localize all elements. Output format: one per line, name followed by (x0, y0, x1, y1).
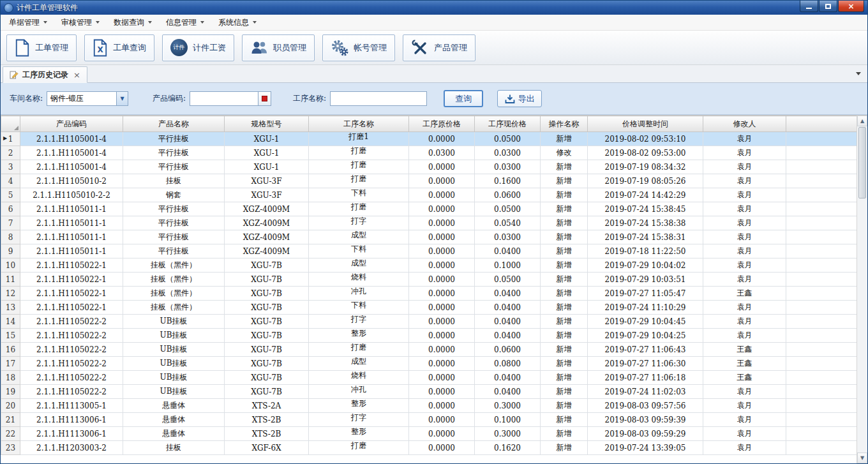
cell[interactable]: 0.3000 (475, 427, 541, 441)
cell[interactable]: 0.1000 (475, 413, 541, 427)
table-row[interactable]: 32.1.1.H1105001-4平行挂板XGU-1打磨0.00000.0300… (1, 160, 858, 174)
cell[interactable]: 袁月 (703, 132, 786, 146)
cell[interactable]: 成型 (309, 230, 409, 244)
cell[interactable]: 2.1.1.H1113005-1 (20, 399, 123, 413)
cell[interactable]: 新增 (541, 216, 588, 230)
cell[interactable]: 修改 (541, 146, 588, 160)
cell[interactable]: 打磨 (309, 174, 409, 188)
cell[interactable]: 新增 (541, 160, 588, 174)
cell[interactable]: 2019-07-19 08:34:32 (588, 160, 703, 174)
column-header-5[interactable]: 工序原价格 (409, 116, 475, 132)
cell[interactable]: 2019-07-29 10:04:02 (588, 258, 703, 273)
table-row[interactable]: 202.1.1.H1113005-1悬垂体XTS-2A整形0.00000.300… (1, 399, 858, 413)
cell[interactable]: UB挂板 (123, 371, 225, 385)
table-row[interactable]: 62.1.1.H1105011-1平行挂板XGZ-4009M打磨0.00000.… (1, 202, 858, 216)
scrollbar-thumb[interactable] (858, 127, 866, 198)
cell[interactable]: 挂板（黑件） (123, 258, 225, 273)
cell[interactable]: XGU-7B (225, 287, 309, 301)
cell[interactable]: 挂板（黑件） (123, 301, 225, 315)
cell[interactable]: 打磨 (309, 202, 409, 216)
cell[interactable]: 平行挂板 (123, 160, 225, 174)
scrollbar-up-icon[interactable]: ▲ (857, 116, 867, 126)
cell[interactable]: 2019-08-03 09:59:29 (588, 427, 703, 441)
cell[interactable]: XGU-7B (225, 258, 309, 273)
cell[interactable]: 新增 (541, 385, 588, 399)
cell[interactable]: 2019-07-24 15:38:31 (588, 230, 703, 244)
cell[interactable]: 0.0000 (409, 202, 475, 216)
toolbar-button-piecework-wage[interactable]: 计件计件工资 (162, 34, 234, 61)
cell[interactable]: 0.0400 (475, 301, 541, 315)
cell[interactable]: 袁月 (703, 413, 786, 427)
row-number[interactable]: 22 (1, 427, 20, 441)
row-number[interactable]: 14 (1, 315, 20, 329)
cell[interactable]: 2.1.1.H1105011-1 (20, 216, 123, 230)
cell[interactable]: 整形 (309, 399, 409, 413)
cell[interactable]: 王鑫 (703, 287, 786, 301)
cell[interactable]: 0.0500 (475, 202, 541, 216)
row-number[interactable]: 16 (1, 343, 20, 357)
chevron-down-icon[interactable]: ▼ (116, 92, 128, 105)
cell[interactable]: 冲孔 (309, 385, 409, 399)
cell[interactable]: 2.1.1.H1105011-1 (20, 230, 123, 244)
cell[interactable]: 新增 (541, 357, 588, 371)
cell[interactable]: 0.0000 (409, 441, 475, 455)
cell[interactable]: 0.0000 (409, 371, 475, 385)
column-header-4[interactable]: 工序名称 (309, 116, 409, 132)
product-code-lookup-button[interactable] (258, 91, 271, 106)
cell[interactable]: 0.0000 (409, 216, 475, 230)
query-button[interactable]: 查询 (444, 90, 483, 107)
cell[interactable]: 0.1620 (475, 441, 541, 455)
cell[interactable]: 2019-07-24 15:38:45 (588, 202, 703, 216)
cell[interactable]: XTS-2A (225, 399, 309, 413)
cell[interactable]: UB挂板 (123, 329, 225, 343)
cell[interactable]: 2019-07-29 10:04:45 (588, 315, 703, 329)
cell[interactable]: 整形 (309, 427, 409, 441)
cell[interactable]: UB挂板 (123, 315, 225, 329)
cell[interactable]: 王鑫 (703, 357, 786, 371)
cell[interactable]: XGU-1 (225, 160, 309, 174)
row-number[interactable]: 2 (1, 146, 20, 160)
cell[interactable]: XGF-6X (225, 441, 309, 455)
row-number[interactable]: 20 (1, 399, 20, 413)
menu-item-4[interactable]: 信息管理 (159, 15, 211, 30)
cell[interactable]: 0.0000 (409, 413, 475, 427)
cell[interactable]: 2.1.1.H1105022-2 (20, 329, 123, 343)
close-button[interactable]: × (838, 1, 864, 12)
menu-item-5[interactable]: 系统信息 (211, 15, 264, 30)
cell[interactable]: 平行挂板 (123, 230, 225, 244)
cell[interactable]: 0.0400 (475, 244, 541, 258)
cell[interactable]: XGZ-4009M (225, 216, 309, 230)
cell[interactable]: 2.1.1.H1113006-1 (20, 427, 123, 441)
tab-process-history[interactable]: 工序历史记录 × (3, 66, 87, 83)
table-row[interactable]: 52.1.1.H1105010-2-2钢套XGU-3F下料0.00000.060… (1, 188, 858, 202)
table-row[interactable]: 212.1.1.H1113006-1悬垂体XTS-2B打字0.00000.100… (1, 413, 858, 427)
cell[interactable]: 整形 (309, 329, 409, 343)
cell[interactable]: XGU-7B (225, 371, 309, 385)
row-number[interactable]: 15 (1, 329, 20, 343)
cell[interactable]: 2.1.1.H1105022-1 (20, 301, 123, 315)
table-row[interactable]: 152.1.1.H1105022-2UB挂板XGU-7B整形0.00000.04… (1, 329, 858, 343)
cell[interactable]: 0.0300 (475, 146, 541, 160)
minimize-button[interactable] (800, 1, 818, 12)
cell[interactable]: 2.1.1.H1105022-2 (20, 343, 123, 357)
cell[interactable]: 袁月 (703, 273, 786, 287)
cell[interactable]: 0.0400 (475, 315, 541, 329)
column-header-8[interactable]: 价格调整时间 (588, 116, 703, 132)
row-number[interactable]: 8 (1, 230, 20, 244)
cell[interactable]: 新增 (541, 329, 588, 343)
cell[interactable]: 悬垂体 (123, 399, 225, 413)
cell[interactable]: 挂板（黑件） (123, 287, 225, 301)
cell[interactable]: 袁月 (703, 301, 786, 315)
cell[interactable]: 0.0400 (475, 329, 541, 343)
maximize-button[interactable] (819, 1, 837, 12)
scrollbar-down-icon[interactable]: ▼ (857, 453, 867, 463)
scrollbar-track[interactable] (857, 199, 867, 453)
row-number[interactable]: 17 (1, 357, 20, 371)
cell[interactable]: 2.1.1.H1105022-1 (20, 258, 123, 273)
row-number[interactable]: ▶1 (1, 132, 20, 146)
table-row[interactable]: 182.1.1.H1105022-2UB挂板XGU-7B烧料0.00000.04… (1, 371, 858, 385)
cell[interactable]: UB挂板 (123, 343, 225, 357)
row-number[interactable]: 18 (1, 371, 20, 385)
row-number[interactable]: 4 (1, 174, 20, 188)
cell[interactable]: 王鑫 (703, 343, 786, 357)
